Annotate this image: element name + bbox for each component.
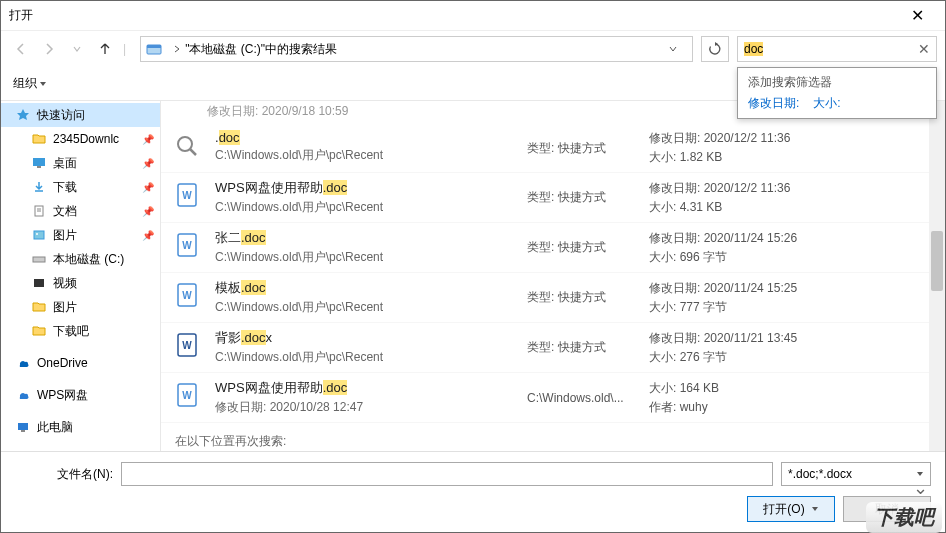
- file-meta: 修改日期: 2020/11/24 15:25大小: 777 字节: [649, 279, 937, 316]
- filter-size-link[interactable]: 大小:: [813, 95, 840, 112]
- nav-videos[interactable]: 视频: [1, 271, 160, 295]
- nav-label: WPS网盘: [37, 387, 88, 404]
- file-meta: 修改日期: 2020/11/21 13:45大小: 276 字节: [649, 329, 937, 366]
- folder-icon: [31, 323, 47, 339]
- file-name-col: 张二.docC:\Windows.old\用户\pc\Recent: [215, 229, 515, 266]
- nav-pictures2[interactable]: 图片: [1, 295, 160, 319]
- filter-title: 添加搜索筛选器: [748, 74, 926, 91]
- file-type-col: 类型: 快捷方式: [527, 229, 637, 266]
- filter-date-link[interactable]: 修改日期:: [748, 95, 799, 112]
- file-name: WPS网盘使用帮助.doc: [215, 179, 515, 197]
- scroll-thumb[interactable]: [931, 231, 943, 291]
- folder-icon: [31, 131, 47, 147]
- file-meta: 修改日期: 2020/11/24 15:26大小: 696 字节: [649, 229, 937, 266]
- result-row[interactable]: WWPS网盘使用帮助.doc修改日期: 2020/10/28 12:47C:\W…: [161, 373, 945, 423]
- file-name-col: .docC:\Windows.old\用户\pc\Recent: [215, 130, 515, 166]
- search-filter-popup: 添加搜索筛选器 修改日期: 大小:: [737, 67, 937, 119]
- drive-icon: [31, 251, 47, 267]
- nav-label: 图片: [53, 299, 77, 316]
- address-path: "本地磁盘 (C:)"中的搜索结果: [185, 41, 668, 58]
- video-icon: [31, 275, 47, 291]
- footer: 文件名(N): *.doc;*.docx 打开(O) 取消: [1, 451, 945, 533]
- file-icon: W: [171, 229, 203, 261]
- cloud-icon: [15, 355, 31, 371]
- file-meta: 修改日期: 2020/12/2 11:36大小: 1.82 KB: [649, 130, 937, 166]
- search-input[interactable]: [763, 42, 840, 56]
- file-path: C:\Windows.old\用户\pc\Recent: [215, 299, 515, 316]
- svg-point-8: [36, 233, 38, 235]
- nav-label: 下载: [53, 179, 77, 196]
- scrollbar[interactable]: [929, 101, 945, 451]
- result-row[interactable]: W张二.docC:\Windows.old\用户\pc\Recent类型: 快捷…: [161, 223, 945, 273]
- file-type-col: 类型: 快捷方式: [527, 130, 637, 166]
- pc-icon: [15, 419, 31, 435]
- nav-label: 快速访问: [37, 107, 85, 124]
- svg-rect-2: [33, 158, 45, 166]
- result-row[interactable]: W模板.docC:\Windows.old\用户\pc\Recent类型: 快捷…: [161, 273, 945, 323]
- file-meta: 修改日期: 2020/12/2 11:36大小: 4.31 KB: [649, 179, 937, 216]
- window-title: 打开: [9, 7, 897, 24]
- file-name-col: WPS网盘使用帮助.docC:\Windows.old\用户\pc\Recent: [215, 179, 515, 216]
- pin-icon: 📌: [142, 182, 152, 193]
- svg-text:W: W: [182, 340, 192, 351]
- close-icon[interactable]: ✕: [897, 6, 937, 25]
- file-type-col: 类型: 快捷方式: [527, 329, 637, 366]
- nav-downloads[interactable]: 下载📌: [1, 175, 160, 199]
- open-label: 打开(O): [763, 501, 804, 518]
- file-meta: 大小: 164 KB作者: wuhy: [649, 379, 937, 416]
- clear-search-icon[interactable]: ✕: [918, 41, 930, 57]
- nav-local-disk[interactable]: 本地磁盘 (C:): [1, 247, 160, 271]
- nav-thispc[interactable]: 此电脑: [1, 415, 160, 439]
- organize-button[interactable]: 组织: [13, 75, 47, 92]
- file-icon: W: [171, 379, 203, 411]
- file-icon: W: [171, 329, 203, 361]
- svg-rect-1: [147, 45, 161, 48]
- forward-button[interactable]: [37, 37, 61, 61]
- nav-pictures[interactable]: 图片📌: [1, 223, 160, 247]
- result-row[interactable]: .docC:\Windows.old\用户\pc\Recent类型: 快捷方式修…: [161, 124, 945, 173]
- chevron-down-icon: ⌄: [913, 477, 928, 499]
- refresh-button[interactable]: [701, 36, 729, 62]
- star-icon: [15, 107, 31, 123]
- file-path: C:\Windows.old\用户\pc\Recent: [215, 249, 515, 266]
- file-type-col: 类型: 快捷方式: [527, 279, 637, 316]
- pictures-icon: [31, 227, 47, 243]
- filename-input[interactable]: [121, 462, 773, 486]
- nav-documents[interactable]: 文档📌: [1, 199, 160, 223]
- watermark-text: 下载吧: [866, 502, 942, 533]
- command-bar: 组织 添加搜索筛选器 修改日期: 大小:: [1, 67, 945, 101]
- nav-xiazaiba[interactable]: 下载吧: [1, 319, 160, 343]
- search-box[interactable]: doc ✕: [737, 36, 937, 62]
- file-type-col: C:\Windows.old\...: [527, 379, 637, 416]
- nav-onedrive[interactable]: OneDrive: [1, 351, 160, 375]
- up-button[interactable]: [93, 37, 117, 61]
- result-row[interactable]: W背影.docxC:\Windows.old\用户\pc\Recent类型: 快…: [161, 323, 945, 373]
- nav-quick-access[interactable]: 快速访问: [1, 103, 160, 127]
- nav-toolbar: | "本地磁盘 (C:)"中的搜索结果 doc ✕: [1, 31, 945, 67]
- result-row[interactable]: WWPS网盘使用帮助.docC:\Windows.old\用户\pc\Recen…: [161, 173, 945, 223]
- svg-rect-9: [33, 257, 45, 262]
- file-path: 修改日期: 2020/10/28 12:47: [215, 399, 515, 416]
- nav-wps[interactable]: WPS网盘: [1, 383, 160, 407]
- file-path: C:\Windows.old\用户\pc\Recent: [215, 349, 515, 366]
- drive-icon: [145, 40, 163, 58]
- pin-icon: 📌: [142, 158, 152, 169]
- nav-desktop[interactable]: 桌面📌: [1, 151, 160, 175]
- nav-pane: 快速访问 2345Downlc📌 桌面📌 下载📌 文档📌 图片📌 本地磁盘 (C…: [1, 101, 161, 451]
- address-bar[interactable]: "本地磁盘 (C:)"中的搜索结果: [140, 36, 693, 62]
- file-path: C:\Windows.old\用户\pc\Recent: [215, 147, 515, 164]
- file-icon: W: [171, 179, 203, 211]
- chevron-right-icon: [169, 45, 185, 53]
- nav-2345[interactable]: 2345Downlc📌: [1, 127, 160, 151]
- nav-label: 桌面: [53, 155, 77, 172]
- svg-text:W: W: [182, 240, 192, 251]
- svg-rect-3: [37, 166, 41, 168]
- svg-text:W: W: [182, 190, 192, 201]
- file-name: WPS网盘使用帮助.doc: [215, 379, 515, 397]
- back-button[interactable]: [9, 37, 33, 61]
- nav-label: 图片: [53, 227, 77, 244]
- svg-rect-12: [21, 430, 25, 432]
- svg-rect-11: [18, 423, 28, 430]
- address-dropdown[interactable]: [668, 44, 688, 54]
- recent-dropdown[interactable]: [65, 37, 89, 61]
